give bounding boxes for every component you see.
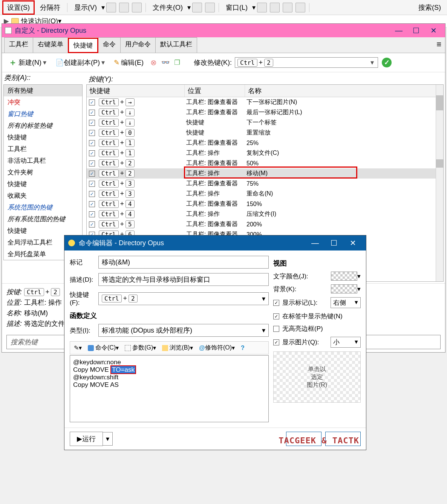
view-icon-2[interactable] xyxy=(119,3,129,12)
show-mark-select[interactable]: 右侧▾ xyxy=(331,297,361,308)
category-item[interactable]: 非活动工具栏 xyxy=(4,155,82,166)
edit-icon[interactable]: ✎▾ xyxy=(72,344,84,352)
menu-window[interactable]: 窗口(L) xyxy=(222,2,251,14)
browse-menu[interactable]: 浏览(B) ▾ xyxy=(160,343,195,353)
folder-icon-1[interactable] xyxy=(192,3,202,12)
menu-separator[interactable]: 分隔符 xyxy=(36,2,64,14)
copy-icon[interactable]: ❐ xyxy=(174,58,180,67)
table-row[interactable]: ✓Ctrl+1工具栏: 图像查看器25% xyxy=(87,138,443,148)
maximize-button[interactable]: ☐ xyxy=(407,26,425,35)
close-button[interactable]: ✕ xyxy=(425,26,442,35)
category-item[interactable]: 所有的标签热键 xyxy=(4,120,82,131)
category-item[interactable]: 系统范围的热键 xyxy=(4,202,82,213)
image-drop-area[interactable]: 单击以 选定 图片(R) xyxy=(273,351,361,403)
menu-display[interactable]: 显示(V) xyxy=(70,2,101,14)
tab-default-toolbars[interactable]: 默认工具栏 xyxy=(155,37,197,53)
row-checkbox[interactable]: ✓ xyxy=(89,181,95,187)
table-row[interactable]: ✓Ctrl+2工具栏: 图像查看器50% xyxy=(87,158,443,168)
chevron-down-icon[interactable]: ▾ xyxy=(252,3,256,12)
mark-input[interactable]: 移动(&M) xyxy=(98,256,269,269)
duplicate-button[interactable]: 📄 创建副本(P) ▾ xyxy=(52,57,109,69)
layout-icon-1[interactable] xyxy=(257,3,267,12)
code-textarea[interactable]: @keydown:none Copy MOVE TO=ask @keydown:… xyxy=(70,355,269,422)
chevron-down-icon[interactable]: ▾ xyxy=(187,3,191,12)
row-checkbox[interactable]: ✓ xyxy=(89,211,95,217)
confirm-icon[interactable]: ✓ xyxy=(382,58,392,67)
layout-icon-3[interactable] xyxy=(283,3,292,12)
hotkey-input[interactable]: Ctrl+2 ▾ xyxy=(98,292,269,305)
menu-folder[interactable]: 文件夹(O) xyxy=(149,2,187,14)
table-row[interactable]: ✓Ctrl+↓工具栏: 图像查看器最后一张标记图片(L) xyxy=(87,107,443,118)
show-image-checkbox[interactable]: ✓ xyxy=(273,339,279,345)
maximize-button[interactable]: ☐ xyxy=(325,238,343,247)
categories-list[interactable]: 所有热键冲突窗口热键所有的标签热键快捷键工具栏非活动工具栏文件夹树快捷键收藏夹系… xyxy=(3,84,83,260)
edit-button[interactable]: ✎编辑(E) xyxy=(111,57,147,69)
table-row[interactable]: ✓Ctrl+4工具栏: 操作压缩文件(I) xyxy=(87,209,443,219)
desc-input[interactable]: 将选定的文件与目录移动到目标窗口 xyxy=(98,273,269,286)
row-checkbox[interactable]: ✓ xyxy=(89,221,95,228)
category-item[interactable]: 工具栏 xyxy=(4,143,82,155)
table-row[interactable]: ✓Ctrl+5工具栏: 图像查看器200% xyxy=(87,219,443,229)
args-menu[interactable]: 参数(G) ▾ xyxy=(122,343,158,353)
table-row[interactable]: ✓Ctrl+0快捷键重置缩放 xyxy=(87,128,443,138)
menu-search[interactable]: 搜索(S) xyxy=(415,2,445,14)
view-icon-3[interactable] xyxy=(132,3,142,12)
category-item[interactable]: 所有系统范围的热键 xyxy=(4,213,82,225)
row-checkbox[interactable]: ✓ xyxy=(89,201,95,207)
category-item[interactable]: 冲突 xyxy=(4,96,82,108)
row-checkbox[interactable]: ✓ xyxy=(89,191,95,197)
folder-icon-2[interactable] xyxy=(205,3,215,12)
table-row[interactable]: ✓Ctrl+2工具栏: 操作移动(M) xyxy=(87,168,443,179)
col-location[interactable]: 位置 xyxy=(185,85,245,97)
minimize-button[interactable]: — xyxy=(306,239,325,247)
show-mark-checkbox[interactable]: ✓ xyxy=(273,300,279,306)
tab-toolbar[interactable]: 工具栏 xyxy=(4,37,33,53)
tab-user-commands[interactable]: 用户命令 xyxy=(120,37,156,53)
row-checkbox[interactable]: ✓ xyxy=(89,130,95,136)
view-icon-1[interactable] xyxy=(106,3,116,12)
new-button[interactable]: ＋新建(N) ▾ xyxy=(6,55,51,70)
layout-icon-2[interactable] xyxy=(270,3,280,12)
category-item[interactable]: 快捷键 xyxy=(4,131,82,143)
col-hotkey[interactable]: 快捷键 xyxy=(87,85,185,97)
hamburger-icon[interactable]: ≡ xyxy=(436,40,441,49)
run-dropdown[interactable]: ▾ xyxy=(103,432,113,446)
col-name[interactable]: 名称 xyxy=(245,85,443,97)
tab-hotkeys[interactable]: 快捷键 xyxy=(68,38,98,53)
delete-icon[interactable]: ⊗ xyxy=(150,58,157,67)
row-checkbox[interactable]: ✓ xyxy=(89,140,95,146)
menu-settings[interactable]: 设置(S) xyxy=(2,0,35,15)
layout-icon-4[interactable] xyxy=(295,3,305,12)
cmd-menu[interactable]: 命令(C) ▾ xyxy=(86,343,121,353)
row-checkbox[interactable]: ✓ xyxy=(89,99,95,105)
category-item[interactable]: 快捷键 xyxy=(4,178,82,190)
scrollbar[interactable] xyxy=(436,85,443,281)
show-hotkey-checkbox[interactable]: ✓ xyxy=(273,313,279,319)
table-row[interactable]: ✓Ctrl+↓快捷键下一个标签 xyxy=(87,118,443,128)
no-highlight-checkbox[interactable] xyxy=(273,326,279,332)
dialog-title-bar[interactable]: 自定义 - Directory Opus — ☐ ✕ xyxy=(2,24,445,37)
row-checkbox[interactable]: ✓ xyxy=(89,110,95,116)
type-select[interactable]: 标准功能 (DOpus 或外部程序)▾ xyxy=(98,324,269,337)
category-item[interactable]: 所有热键 xyxy=(4,85,82,96)
row-checkbox[interactable]: ✓ xyxy=(89,150,95,156)
category-item[interactable]: 窗口热键 xyxy=(4,108,82,120)
close-button[interactable]: ✕ xyxy=(343,238,362,247)
chevron-down-icon[interactable]: ▾ xyxy=(101,3,105,12)
minimize-button[interactable]: — xyxy=(390,26,407,35)
modifier-menu[interactable]: @ 修饰符(O) ▾ xyxy=(197,343,237,353)
table-row[interactable]: ✓Ctrl+3工具栏: 操作重命名(N) xyxy=(87,189,443,199)
row-checkbox[interactable]: ✓ xyxy=(89,171,95,177)
table-header[interactable]: 快捷键 位置 名称 xyxy=(87,85,443,97)
bg-swatch[interactable] xyxy=(331,284,357,293)
run-button[interactable]: ▶ 运行 xyxy=(70,432,103,446)
row-checkbox[interactable]: ✓ xyxy=(89,120,95,126)
cmd-title-bar[interactable]: 命令编辑器 - Directory Opus — ☐ ✕ xyxy=(64,235,366,250)
row-checkbox[interactable]: ✓ xyxy=(89,160,95,166)
help-icon[interactable]: ? xyxy=(239,344,247,352)
table-row[interactable]: ✓Ctrl+1工具栏: 操作复制文件(C) xyxy=(87,148,443,158)
tab-context-menu[interactable]: 右键菜单 xyxy=(33,37,68,53)
table-row[interactable]: ✓Ctrl+→工具栏: 图像查看器下一张标记图片(N) xyxy=(87,97,443,107)
category-item[interactable]: 文件夹树 xyxy=(4,166,82,178)
hotkey-input[interactable]: Ctrl+2 ▾ xyxy=(235,57,378,68)
